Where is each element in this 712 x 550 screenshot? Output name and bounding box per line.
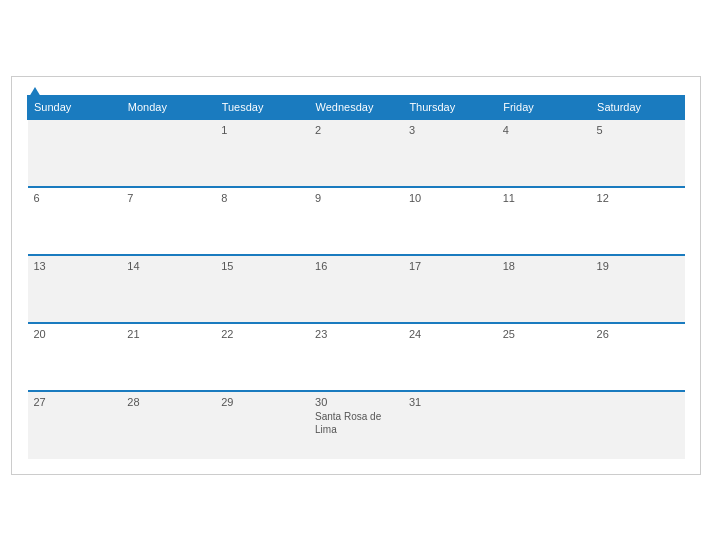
calendar-day-cell: 27 <box>28 391 122 459</box>
calendar-day-cell: 29 <box>215 391 309 459</box>
calendar-day-cell: 25 <box>497 323 591 391</box>
calendar-day-cell: 12 <box>591 187 685 255</box>
calendar-day-cell <box>28 119 122 187</box>
weekday-header: Saturday <box>591 95 685 119</box>
day-number: 19 <box>597 260 679 272</box>
calendar-day-cell: 4 <box>497 119 591 187</box>
day-number: 4 <box>503 124 585 136</box>
calendar-day-cell: 2 <box>309 119 403 187</box>
calendar-day-cell: 23 <box>309 323 403 391</box>
calendar-day-cell <box>591 391 685 459</box>
calendar-week-row: 20212223242526 <box>28 323 685 391</box>
calendar-day-cell: 9 <box>309 187 403 255</box>
calendar-day-cell: 19 <box>591 255 685 323</box>
calendar-day-cell: 20 <box>28 323 122 391</box>
calendar-container: SundayMondayTuesdayWednesdayThursdayFrid… <box>11 76 701 475</box>
day-number: 23 <box>315 328 397 340</box>
calendar-day-cell: 15 <box>215 255 309 323</box>
day-number: 12 <box>597 192 679 204</box>
day-number: 14 <box>127 260 209 272</box>
day-number: 13 <box>34 260 116 272</box>
calendar-day-cell: 26 <box>591 323 685 391</box>
weekday-header: Tuesday <box>215 95 309 119</box>
day-number: 9 <box>315 192 397 204</box>
calendar-week-row: 13141516171819 <box>28 255 685 323</box>
day-number: 17 <box>409 260 491 272</box>
calendar-day-cell: 6 <box>28 187 122 255</box>
calendar-day-cell: 14 <box>121 255 215 323</box>
calendar-day-cell: 21 <box>121 323 215 391</box>
day-number: 7 <box>127 192 209 204</box>
day-number: 1 <box>221 124 303 136</box>
calendar-day-cell: 11 <box>497 187 591 255</box>
weekday-header-row: SundayMondayTuesdayWednesdayThursdayFrid… <box>28 95 685 119</box>
day-number: 25 <box>503 328 585 340</box>
day-number: 18 <box>503 260 585 272</box>
day-number: 20 <box>34 328 116 340</box>
calendar-day-cell: 3 <box>403 119 497 187</box>
day-number: 28 <box>127 396 209 408</box>
calendar-day-cell <box>121 119 215 187</box>
calendar-day-cell: 16 <box>309 255 403 323</box>
day-number: 22 <box>221 328 303 340</box>
calendar-week-row: 27282930Santa Rosa de Lima31 <box>28 391 685 459</box>
day-number: 3 <box>409 124 491 136</box>
weekday-header: Friday <box>497 95 591 119</box>
calendar-day-cell: 5 <box>591 119 685 187</box>
day-number: 16 <box>315 260 397 272</box>
logo <box>27 87 41 97</box>
day-number: 24 <box>409 328 491 340</box>
day-number: 30 <box>315 396 397 408</box>
day-number: 29 <box>221 396 303 408</box>
weekday-header: Thursday <box>403 95 497 119</box>
calendar-week-row: 12345 <box>28 119 685 187</box>
weekday-header: Sunday <box>28 95 122 119</box>
calendar-day-cell: 10 <box>403 187 497 255</box>
weekday-header: Monday <box>121 95 215 119</box>
day-number: 21 <box>127 328 209 340</box>
calendar-day-cell <box>497 391 591 459</box>
event-text: Santa Rosa de Lima <box>315 411 381 435</box>
calendar-day-cell: 22 <box>215 323 309 391</box>
calendar-day-cell: 28 <box>121 391 215 459</box>
calendar-day-cell: 17 <box>403 255 497 323</box>
day-number: 10 <box>409 192 491 204</box>
logo-triangle-icon <box>29 87 41 97</box>
calendar-day-cell: 8 <box>215 187 309 255</box>
day-number: 26 <box>597 328 679 340</box>
day-number: 5 <box>597 124 679 136</box>
calendar-day-cell: 7 <box>121 187 215 255</box>
day-number: 2 <box>315 124 397 136</box>
day-number: 6 <box>34 192 116 204</box>
calendar-day-cell: 13 <box>28 255 122 323</box>
calendar-day-cell: 31 <box>403 391 497 459</box>
day-number: 8 <box>221 192 303 204</box>
calendar-day-cell: 18 <box>497 255 591 323</box>
calendar-day-cell: 30Santa Rosa de Lima <box>309 391 403 459</box>
weekday-header: Wednesday <box>309 95 403 119</box>
day-number: 27 <box>34 396 116 408</box>
calendar-table: SundayMondayTuesdayWednesdayThursdayFrid… <box>27 95 685 459</box>
day-number: 15 <box>221 260 303 272</box>
calendar-day-cell: 24 <box>403 323 497 391</box>
calendar-week-row: 6789101112 <box>28 187 685 255</box>
day-number: 31 <box>409 396 491 408</box>
day-number: 11 <box>503 192 585 204</box>
calendar-day-cell: 1 <box>215 119 309 187</box>
